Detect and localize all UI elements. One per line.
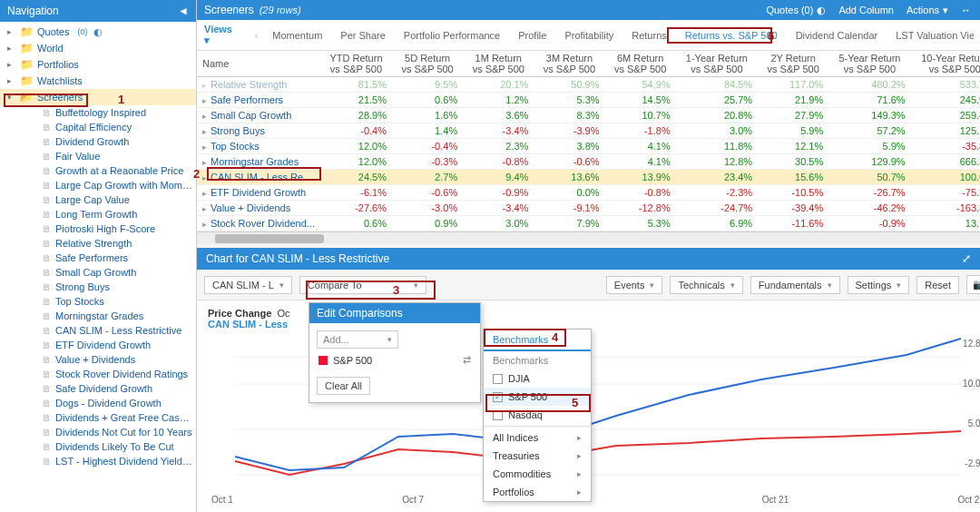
view-tab[interactable]: Returns vs. S&P 500: [685, 30, 778, 41]
table-row[interactable]: ▸Top Stocks12.0%-0.4%2.3%3.8%4.1%11.8%12…: [197, 139, 980, 154]
column-header[interactable]: 5-Year Returnvs S&P 500: [828, 51, 910, 77]
screener-item[interactable]: 🗎Dividends + Great Free Cash Flow: [0, 410, 196, 425]
screener-item[interactable]: 🗎Fair Value: [0, 149, 196, 163]
view-tab[interactable]: LST Valuation View: [896, 30, 974, 41]
technicals-button[interactable]: Technicals▾: [670, 276, 742, 294]
table-row[interactable]: ▸Relative Strength81.5%9.5%20.1%50.9%54.…: [197, 77, 980, 93]
screener-item[interactable]: 🗎LST - Highest Dividend Yield Strat: [0, 454, 196, 468]
screener-item[interactable]: 🗎Large Cap Growth with Momentum: [0, 178, 196, 192]
document-icon: 🗎: [42, 325, 52, 336]
document-icon: 🗎: [42, 136, 52, 147]
table-row[interactable]: ▸Stock Rover Dividend...0.6%0.9%3.0%7.9%…: [197, 216, 980, 231]
camera-icon[interactable]: 📷: [966, 275, 980, 294]
submenu-treasuries[interactable]: Treasuries▸: [484, 447, 591, 465]
screener-item[interactable]: 🗎Buffettology Inspired: [0, 105, 196, 120]
chevron-icon: ▾: [7, 93, 16, 102]
column-header[interactable]: 1M Returnvs S&P 500: [463, 51, 534, 77]
chart-expand-icon[interactable]: ⤢: [962, 252, 971, 265]
nav-item-watchlists[interactable]: ▸📁Watchlists: [0, 73, 196, 89]
screener-item[interactable]: 🗎Value + Dividends: [0, 352, 196, 367]
view-tab[interactable]: Dividend Calendar: [796, 30, 878, 41]
events-button[interactable]: Events▾: [606, 276, 663, 294]
column-header[interactable]: 5D Returnvs S&P 500: [392, 51, 463, 77]
tabs-prev-icon[interactable]: ‹: [255, 30, 259, 41]
document-icon: 🗎: [42, 441, 52, 452]
screener-item[interactable]: 🗎Stock Rover Dividend Ratings: [0, 367, 196, 381]
add-comparison-dropdown[interactable]: Add...▾: [317, 330, 398, 349]
document-icon: 🗎: [42, 209, 52, 220]
table-row[interactable]: ▸ETF Dividend Growth-6.1%-0.6%-0.9%0.0%-…: [197, 185, 980, 201]
screener-item[interactable]: 🗎Capital Efficiency: [0, 120, 196, 134]
comparison-item-sp500[interactable]: S&P 500 ⇄: [317, 349, 473, 371]
benchmark-option-sp500[interactable]: ✓S&P 500: [484, 388, 591, 406]
views-button[interactable]: Views ▾: [204, 24, 240, 46]
submenu-portfolios[interactable]: Portfolios▸: [484, 483, 591, 501]
actions-button[interactable]: Actions ▾: [906, 5, 948, 16]
column-header[interactable]: 6M Returnvs S&P 500: [605, 51, 676, 77]
screener-item[interactable]: 🗎Small Cap Growth: [0, 265, 196, 280]
screener-item[interactable]: 🗎ETF Dividend Growth: [0, 338, 196, 352]
screener-item[interactable]: 🗎Dividends Not Cut for 10 Years: [0, 425, 196, 439]
column-header[interactable]: YTD Returnvs S&P 500: [320, 51, 392, 77]
submenu-all-indices[interactable]: All Indices▸: [484, 428, 591, 447]
chevron-icon: ▸: [202, 189, 207, 198]
expand-h-icon[interactable]: ↔: [961, 5, 971, 15]
screener-item[interactable]: 🗎Strong Buys: [0, 280, 196, 294]
swap-icon[interactable]: ⇄: [463, 354, 471, 366]
benchmarks-tab[interactable]: Benchmarks: [484, 330, 591, 351]
screener-item[interactable]: 🗎Dogs - Dividend Growth: [0, 396, 196, 410]
series-color-swatch: [318, 356, 328, 365]
table-row[interactable]: ▸Small Cap Growth28.9%1.6%3.6%8.3%10.7%2…: [197, 108, 980, 123]
table-row[interactable]: ▸Morningstar Grades12.0%-0.3%-0.8%-0.6%4…: [197, 154, 980, 170]
screener-item[interactable]: 🗎Safe Dividend Growth: [0, 381, 196, 396]
reset-button[interactable]: Reset: [916, 276, 959, 294]
compare-to-button[interactable]: Compare To▾: [299, 276, 426, 294]
screener-item[interactable]: 🗎Top Stocks: [0, 294, 196, 309]
nav-item-portfolios[interactable]: ▸📁Portfolios: [0, 56, 196, 73]
popup-title: Edit Comparisons: [309, 303, 480, 323]
view-tab[interactable]: Portfolio Performance: [404, 30, 500, 41]
benchmark-option-djia[interactable]: DJIA: [484, 369, 591, 388]
screener-item[interactable]: 🗎Growth at a Reaonable Price: [0, 163, 196, 178]
table-row[interactable]: ▸Strong Buys-0.4%1.4%-3.4%-3.9%-1.8%3.0%…: [197, 123, 980, 139]
table-row[interactable]: ▸Value + Dividends-27.6%-3.0%-3.4%-9.1%-…: [197, 201, 980, 216]
submenu-commodities[interactable]: Commodities▸: [484, 465, 591, 483]
chevron-icon: ▸: [7, 76, 16, 85]
column-header[interactable]: Name: [197, 51, 320, 77]
fundamentals-button[interactable]: Fundamentals▾: [750, 276, 840, 294]
view-tab[interactable]: Momentum: [272, 30, 322, 41]
column-header[interactable]: 10-Year Returnvs S&P 500: [911, 51, 980, 77]
view-tab[interactable]: Per Share: [340, 30, 386, 41]
quotes-button[interactable]: Quotes (0) ◐: [766, 5, 826, 16]
horizontal-scrollbar[interactable]: [197, 231, 980, 244]
screener-item[interactable]: 🗎Long Term Growth: [0, 207, 196, 222]
clear-all-button[interactable]: Clear All: [317, 377, 370, 395]
table-row[interactable]: ▸Safe Performers21.5%0.6%1.2%5.3%14.5%25…: [197, 93, 980, 108]
add-column-button[interactable]: Add Column: [838, 5, 894, 15]
nav-item-quotes[interactable]: ▸📁Quotes(0) ◐: [0, 24, 196, 40]
series-select[interactable]: CAN SLIM - L▾: [204, 276, 292, 294]
chevron-icon: ▸: [202, 220, 207, 229]
screener-item[interactable]: 🗎Dividends Likely To Be Cut: [0, 439, 196, 454]
chart-series-label: CAN SLIM - Less: [208, 319, 288, 330]
view-tab[interactable]: Profile: [518, 30, 546, 41]
column-header[interactable]: 1-Year Returnvs S&P 500: [676, 51, 758, 77]
column-header[interactable]: 3M Returnvs S&P 500: [534, 51, 604, 77]
screener-item[interactable]: 🗎Morningstar Grades: [0, 309, 196, 323]
chevron-icon: ▸: [202, 143, 207, 152]
screener-item[interactable]: 🗎Piotroski High F-Score: [0, 222, 196, 236]
column-header[interactable]: 2Y Returnvs S&P 500: [758, 51, 828, 77]
collapse-icon[interactable]: ◄: [178, 5, 189, 17]
screener-item[interactable]: 🗎Dividend Growth: [0, 134, 196, 149]
table-row[interactable]: ▸CAN SLIM - Less Re...24.5%2.7%9.4%13.6%…: [197, 170, 980, 185]
screener-item[interactable]: 🗎Safe Performers: [0, 251, 196, 265]
view-tab[interactable]: Profitability: [564, 30, 613, 41]
screener-item[interactable]: 🗎Relative Strength: [0, 236, 196, 251]
settings-button[interactable]: Settings▾: [848, 276, 910, 294]
nav-item-screeners[interactable]: ▾📂Screeners: [0, 89, 196, 105]
nav-item-world[interactable]: ▸📁World: [0, 40, 196, 56]
view-tab[interactable]: Returns: [632, 30, 667, 41]
screener-item[interactable]: 🗎CAN SLIM - Less Restrictive: [0, 323, 196, 338]
screener-item[interactable]: 🗎Large Cap Value: [0, 192, 196, 207]
benchmark-option-nasdaq[interactable]: Nasdaq: [484, 406, 591, 424]
